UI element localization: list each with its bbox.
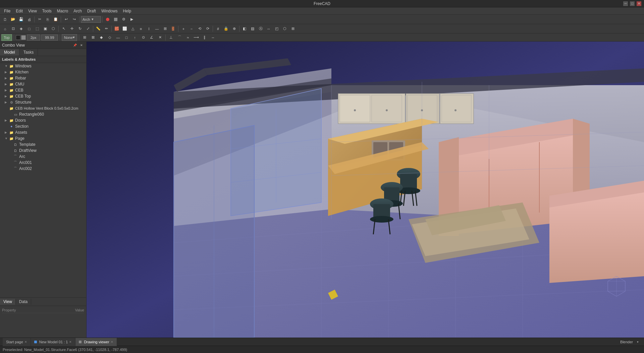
close-button[interactable]: ✕ [637,1,641,6]
prop-tab-view[interactable]: View [0,299,16,305]
menu-file[interactable]: File [1,8,13,14]
menu-draft[interactable]: Draft [85,8,99,14]
snap-endpoint-btn[interactable]: ◆ [98,34,105,41]
fill-color-swatch[interactable] [21,35,26,40]
surface-button[interactable]: ◰ [273,25,280,33]
dimension-button[interactable]: ↔ [265,25,272,33]
move-button[interactable]: ✛ [68,25,75,33]
annotation-button[interactable]: Ⓐ [257,25,264,33]
grid-button[interactable]: # [214,25,222,33]
exec-macro-button[interactable]: ▶ [128,16,136,23]
view-top-button[interactable]: ⬚ [34,25,41,33]
paste-button[interactable]: 📋 [52,16,59,23]
tree-item-ceb-top[interactable]: ▶ 📁 CEB Top [0,93,86,99]
snap-nearest-btn[interactable]: ≈ [184,34,192,41]
tree-item-section[interactable]: ✦ Section [0,123,86,129]
snap-perp-btn[interactable]: ⊥ [167,34,175,41]
tree-item-rectangle060[interactable]: ▭ Rectangle060 [0,111,86,117]
tree-item-arc001[interactable]: ⌒ Arc001 [0,160,86,166]
scale-input[interactable] [41,35,58,41]
snap-vertex-btn[interactable]: ◇ [106,34,113,41]
lock-button[interactable]: 🔒 [222,25,230,33]
maximize-button[interactable]: □ [630,1,635,6]
minimize-button[interactable]: ─ [623,1,628,6]
workbench-dropdown[interactable]: Arch ▾ [81,16,101,23]
tab-model[interactable]: Model [0,49,19,56]
sidebar-close-button[interactable]: ✕ [79,43,84,48]
tree-item-rebar[interactable]: ▶ 📁 Rebar [0,75,86,81]
clip-mode-button[interactable]: None ▾ [62,34,77,41]
tree-item-ceb-hollow[interactable]: 📁 CEB Hollow Vent Block 0.5x0.5x0.2cm [0,105,86,111]
tree-item-assets[interactable]: ▶ 📁 Assets [0,129,86,135]
stop-macro-button[interactable] [112,16,119,23]
view-fit-button[interactable]: ⊡ [9,25,17,33]
snap-center-btn[interactable]: ⊙ [140,34,147,41]
snap-edge-btn[interactable]: — [114,34,122,41]
bim-button[interactable]: ⊞ [289,25,297,33]
view-front-button[interactable]: □ [25,25,33,33]
tree-item-kitchen[interactable]: ▶ 📁 Kitchen [0,69,86,75]
remove-point-button[interactable]: − [188,25,195,33]
snap-button[interactable]: ⊕ [230,25,238,33]
beam-button[interactable]: — [153,25,161,33]
view-top-mode-button[interactable]: Top [1,34,12,41]
snap-ext-btn[interactable]: ⟶ [193,34,200,41]
scale-button[interactable]: ⤢ [84,25,92,33]
snap-intersect-btn[interactable]: ✕ [156,34,164,41]
tab-start-page[interactable]: Start page ✕ [3,338,31,346]
snap-midpoint-btn[interactable]: ⊠ [89,34,97,41]
record-macro-button[interactable] [104,16,111,23]
view-axon-button[interactable]: ⬡ [50,25,57,33]
line-width-input[interactable] [27,35,40,41]
tree-item-arc[interactable]: ⌒ Arc [0,154,86,160]
view-perspective-button[interactable]: ◈ [17,25,25,33]
print-button[interactable]: 🖨 [25,16,33,23]
tree-item-draftview[interactable]: 🗋 DraftView [0,148,86,154]
roof-button[interactable]: △ [129,25,137,33]
tree-item-template[interactable]: 🗋 Template [0,141,86,148]
snap-grid-btn[interactable]: ⊞ [81,34,88,41]
snap-angle-btn[interactable]: ∠ [148,34,155,41]
viewport[interactable] [87,42,644,338]
view-home-button[interactable]: ⌂ [1,25,9,33]
compound-button[interactable]: ⬡ [281,25,288,33]
view-right-button[interactable]: ▣ [42,25,49,33]
new-button[interactable]: 🗋 [1,16,9,23]
tree-item-page[interactable]: ▼ 📁 Page [0,135,86,141]
menu-arch[interactable]: Arch [71,8,85,14]
save-button[interactable]: 💾 [17,16,25,23]
tree-item-structure[interactable]: ▶ ⚙ Structure [0,99,86,105]
tree-item-windows[interactable]: ▼ 📁 Windows [0,63,86,69]
tab-new-model-close[interactable]: ✕ [69,340,72,344]
wall-button[interactable]: 🧱 [113,25,120,33]
menu-edit[interactable]: Edit [13,8,25,14]
snap-tan-btn[interactable]: ⌒ [176,34,183,41]
column-button[interactable]: I [145,25,153,33]
tab-tasks[interactable]: Tasks [19,49,38,56]
rotate-button[interactable]: ↻ [76,25,84,33]
tab-drawing-viewer[interactable]: Drawing viewer ✕ [75,338,117,346]
split-button[interactable]: ⟳ [204,25,211,33]
menu-windows[interactable]: Windows [99,8,120,14]
tab-drawing-viewer-close[interactable]: ✕ [111,340,113,344]
tab-start-page-close[interactable]: ✕ [24,340,27,344]
menu-view[interactable]: View [25,8,40,14]
menu-tools[interactable]: Tools [40,8,54,14]
tree-item-arc002[interactable]: ⌒ Arc002 [0,166,86,172]
floor-button[interactable]: ⬜ [121,25,128,33]
clipping-button[interactable]: ▨ [249,25,256,33]
snap-normal-btn[interactable]: ↑ [131,34,139,41]
line-color-swatch[interactable] [16,35,20,40]
stair-button[interactable]: ≡ [137,25,145,33]
section-plane-button[interactable]: ◧ [241,25,248,33]
menu-macro[interactable]: Macro [54,8,71,14]
select-button[interactable]: ↖ [60,25,67,33]
renderer-arrow[interactable]: ▾ [637,340,641,344]
merge-button[interactable]: ⟲ [196,25,203,33]
macro-button[interactable]: ⚙ [120,16,127,23]
undo-button[interactable]: ↩ [62,16,70,23]
snap-face-btn[interactable]: □ [123,34,130,41]
snap-dim-btn[interactable]: ↔ [209,34,217,41]
prop-tab-data[interactable]: Data [16,299,31,305]
menu-help[interactable]: Help [120,8,134,14]
